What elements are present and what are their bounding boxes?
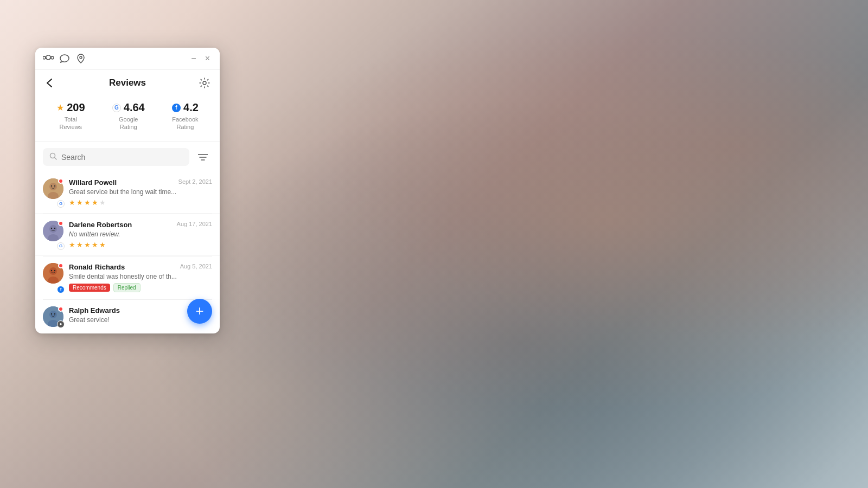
stat-top-google: G 4.64 [112, 101, 145, 114]
platform-other-badge: ● [57, 320, 65, 328]
location-icon[interactable] [75, 53, 86, 64]
chat-icon[interactable] [59, 53, 70, 64]
stat-top-total: ★ 209 [56, 101, 85, 114]
reviewer-name: Willard Powell [69, 178, 117, 187]
online-indicator [58, 306, 63, 312]
review-date: Aug 17, 2021 [177, 221, 212, 227]
svg-point-12 [49, 225, 57, 233]
google-rating-label: GoogleRating [119, 115, 138, 131]
facebook-rating-value: 4.2 [183, 101, 199, 114]
reviewer-name: Darlene Robertson [69, 221, 132, 229]
google-icon: G [112, 104, 121, 112]
avatar-wrap: ● [43, 306, 63, 327]
stats-row: ★ 209 TotalReviews G 4.64 GoogleRating f… [35, 95, 220, 142]
review-content: Ronald Richards Aug 5, 2021 Smile dental… [69, 263, 212, 292]
star-2: ★ [76, 198, 83, 207]
platform-google-badge: G [57, 242, 65, 250]
filter-button[interactable] [194, 148, 212, 166]
svg-point-19 [51, 269, 52, 271]
review-top: Ronald Richards Aug 5, 2021 [69, 263, 212, 271]
star-1: ★ [69, 198, 75, 207]
infinity-icon[interactable] [43, 53, 54, 64]
online-indicator [58, 263, 63, 268]
svg-point-17 [49, 267, 57, 275]
star-4: ★ [92, 198, 98, 207]
review-top: Willard Powell Sept 2, 2021 [69, 178, 212, 187]
reviews-window: − × Reviews ★ 209 TotalReviews [35, 48, 220, 333]
search-icon [49, 152, 57, 162]
star-2: ★ [76, 241, 83, 249]
star-icon: ★ [56, 102, 64, 113]
total-reviews-stat: ★ 209 TotalReviews [56, 101, 85, 131]
titlebar-controls: − × [189, 53, 212, 64]
star-3: ★ [84, 241, 91, 249]
close-button[interactable]: × [203, 53, 212, 64]
reviewer-name: Ronald Richards [69, 263, 125, 271]
svg-point-1 [203, 81, 206, 85]
review-content: Darlene Robertson Aug 17, 2021 No writte… [69, 221, 212, 249]
page-header: Reviews [35, 70, 220, 95]
review-item[interactable]: G Darlene Robertson Aug 17, 2021 No writ… [35, 214, 220, 256]
review-text: Great service but the long wait time... [69, 188, 212, 196]
platform-google-badge: G [57, 200, 65, 208]
star-5: ★ [99, 241, 106, 249]
svg-point-7 [49, 183, 57, 190]
online-indicator [58, 221, 63, 226]
stat-top-facebook: f 4.2 [172, 101, 199, 114]
titlebar: − × [35, 48, 220, 70]
svg-point-20 [54, 269, 55, 271]
svg-point-0 [80, 56, 82, 59]
search-bar [35, 142, 220, 172]
svg-point-25 [54, 313, 55, 314]
facebook-rating-stat: f 4.2 FacebookRating [172, 101, 199, 131]
replied-tag: Replied [113, 283, 141, 292]
avatar-wrap: G [43, 221, 63, 249]
recommends-tag: Recommends [69, 284, 110, 292]
reviewer-name: Ralph Edwards [69, 306, 120, 314]
svg-point-22 [49, 311, 57, 318]
avatar-wrap: f [43, 263, 63, 292]
search-input-wrap[interactable] [43, 148, 189, 166]
titlebar-app-icons [43, 53, 86, 64]
search-input[interactable] [61, 153, 183, 162]
svg-point-24 [51, 313, 52, 314]
review-text-italic: No written review. [69, 230, 212, 238]
star-3: ★ [84, 198, 91, 207]
total-reviews-label: TotalReviews [60, 115, 82, 131]
add-button[interactable]: + [187, 299, 212, 324]
google-rating-stat: G 4.64 GoogleRating [112, 101, 145, 131]
avatar-wrap: G [43, 178, 63, 207]
svg-point-9 [51, 185, 52, 186]
star-4: ★ [92, 241, 98, 249]
back-button[interactable] [43, 75, 58, 91]
online-indicator [58, 178, 63, 184]
review-item[interactable]: G Willard Powell Sept 2, 2021 Great serv… [35, 172, 220, 214]
svg-point-10 [54, 185, 55, 186]
google-rating-value: 4.64 [124, 101, 145, 114]
svg-point-15 [54, 227, 55, 228]
settings-button[interactable] [197, 75, 212, 91]
review-top: Darlene Robertson Aug 17, 2021 [69, 221, 212, 229]
star-rating: ★ ★ ★ ★ ★ [69, 241, 212, 249]
platform-facebook-badge: f [57, 286, 65, 293]
facebook-rating-label: FacebookRating [172, 115, 198, 131]
svg-point-14 [51, 227, 52, 228]
review-tags: Recommends Replied [69, 283, 212, 292]
star-5-empty: ★ [99, 198, 106, 207]
total-reviews-value: 209 [67, 101, 85, 114]
review-text: Smile dental was honestly one of th... [69, 273, 212, 280]
minimize-button[interactable]: − [189, 53, 198, 64]
facebook-icon: f [172, 104, 181, 112]
review-date: Aug 5, 2021 [180, 263, 212, 269]
review-date: Sept 2, 2021 [178, 178, 212, 185]
review-content: Willard Powell Sept 2, 2021 Great servic… [69, 178, 212, 207]
star-1: ★ [69, 241, 75, 249]
page-title: Reviews [109, 78, 146, 88]
star-rating: ★ ★ ★ ★ ★ [69, 198, 212, 207]
review-item[interactable]: f Ronald Richards Aug 5, 2021 Smile dent… [35, 256, 220, 299]
